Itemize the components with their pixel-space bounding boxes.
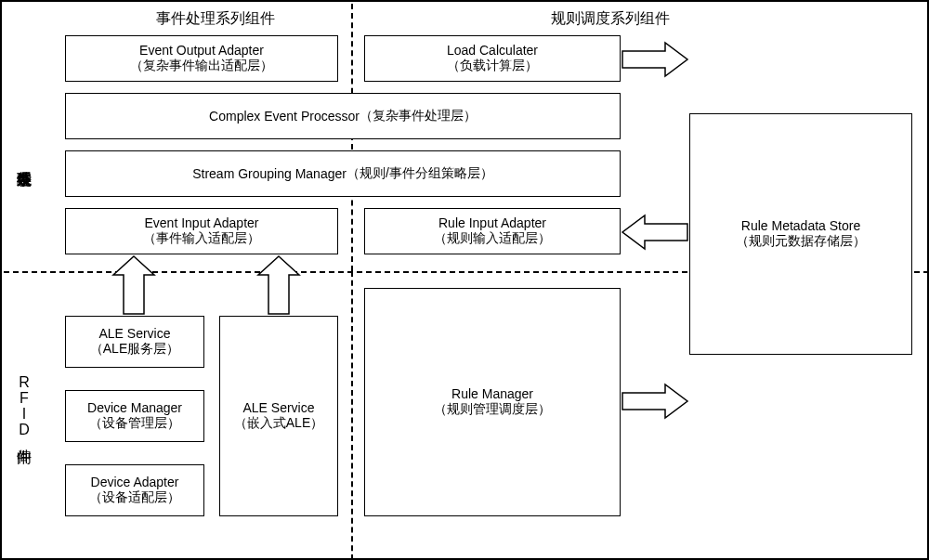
box-zh: （规则元数据存储层） — [736, 233, 866, 250]
arrow-right-bottom — [622, 384, 687, 418]
box-device-manager: Device Manager （设备管理层） — [65, 390, 204, 442]
box-ale-service-embedded: ALE Service （嵌入式ALE） — [219, 316, 338, 516]
box-zh: （ALE服务层） — [90, 341, 179, 358]
diagram-canvas: 事件处理系列组件 规则调度系列组件 复杂事件处理系统 RFID中间件 Event… — [0, 0, 929, 560]
box-rule-manager: Rule Manager （规则管理调度层） — [364, 288, 621, 516]
box-en: Event Input Adapter — [145, 215, 259, 230]
arrow-left-middle — [622, 215, 687, 249]
arrow-up-left — [113, 256, 154, 314]
box-ale-service: ALE Service （ALE服务层） — [65, 316, 204, 368]
box-event-output-adapter: Event Output Adapter （复杂事件输出适配层） — [65, 35, 338, 82]
header-left: 事件处理系列组件 — [90, 9, 341, 29]
box-zh: （设备适配层） — [89, 489, 180, 506]
box-stream-grouping-manager: Stream Grouping Manager （规则/事件分组策略层） — [65, 150, 621, 197]
box-device-adapter: Device Adapter （设备适配层） — [65, 464, 204, 516]
box-zh: （规则输入适配层） — [434, 230, 551, 247]
svg-marker-2 — [622, 43, 687, 76]
vlabel-middleware: RFID中间件 — [9, 318, 37, 494]
box-rule-metadata-store: Rule Metadata Store （规则元数据存储层） — [689, 113, 912, 355]
box-zh: （复杂事件处理层） — [360, 108, 477, 124]
box-en: Stream Grouping Manager — [192, 166, 347, 181]
box-en: ALE Service — [98, 326, 170, 341]
box-load-calculater: Load Calculater （负载计算层） — [364, 35, 621, 82]
box-en: Rule Metadata Store — [741, 218, 860, 233]
box-en: Complex Event Processor — [209, 109, 360, 124]
arrow-up-right — [258, 256, 299, 314]
box-zh: （负载计算层） — [447, 58, 538, 74]
box-zh: （事件输入适配层） — [143, 230, 260, 247]
dashed-line-vertical-bottom — [351, 271, 353, 560]
box-zh: （嵌入式ALE） — [234, 415, 323, 432]
box-zh: （设备管理层） — [89, 415, 180, 432]
box-rule-input-adapter: Rule Input Adapter （规则输入适配层） — [364, 208, 621, 254]
box-zh: （规则管理调度层） — [434, 401, 551, 418]
header-right: 规则调度系列组件 — [485, 9, 736, 29]
box-event-input-adapter: Event Input Adapter （事件输入适配层） — [65, 208, 338, 254]
box-en: Load Calculater — [447, 43, 538, 58]
svg-marker-3 — [622, 215, 687, 249]
box-en: Device Manager — [87, 400, 182, 415]
svg-marker-1 — [258, 256, 299, 314]
box-en: Rule Manager — [451, 386, 533, 401]
box-complex-event-processor: Complex Event Processor （复杂事件处理层） — [65, 93, 621, 139]
box-en: Event Output Adapter — [139, 43, 264, 58]
box-en: ALE Service — [242, 400, 314, 415]
box-zh: （复杂事件输出适配层） — [130, 58, 273, 74]
box-en: Device Adapter — [91, 475, 179, 489]
svg-marker-4 — [622, 384, 687, 418]
box-en: Rule Input Adapter — [438, 215, 546, 230]
box-zh: （规则/事件分组策略层） — [347, 165, 493, 182]
svg-marker-0 — [113, 256, 154, 314]
arrow-right-top — [622, 43, 687, 76]
vlabel-system: 复杂事件处理系统 — [9, 58, 37, 262]
